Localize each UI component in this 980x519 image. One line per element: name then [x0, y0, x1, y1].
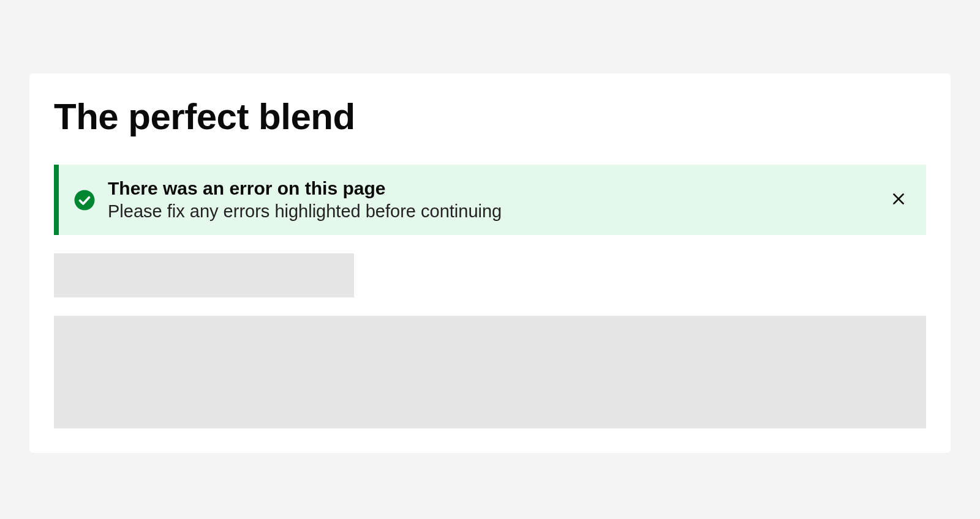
alert-title: There was an error on this page: [108, 178, 878, 199]
alert-content: There was an error on this page Please f…: [108, 178, 878, 222]
skeleton-placeholder-large: [54, 316, 926, 428]
close-button[interactable]: [888, 189, 909, 211]
success-alert: There was an error on this page Please f…: [54, 165, 926, 235]
svg-point-0: [75, 190, 95, 210]
check-circle-icon: [74, 189, 96, 211]
skeleton-placeholder-small: [54, 253, 354, 297]
page-title: The perfect blend: [54, 95, 926, 138]
alert-message: Please fix any errors highlighted before…: [108, 201, 878, 222]
content-card: The perfect blend There was an error on …: [29, 73, 951, 453]
close-icon: [891, 191, 907, 209]
